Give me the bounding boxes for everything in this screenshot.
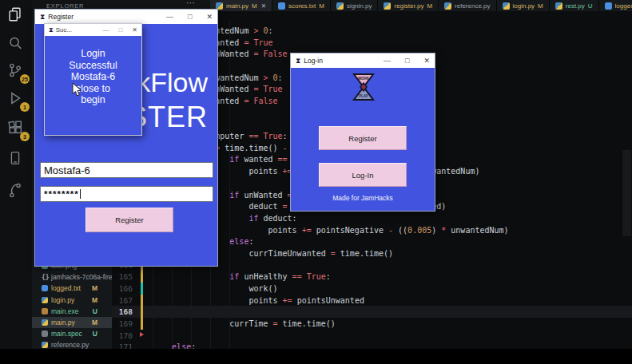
editor-scrollbar[interactable]: [622, 150, 631, 236]
git-status-badge: M: [92, 318, 97, 326]
line-number: 165: [113, 272, 133, 281]
live-share-icon[interactable]: [6, 181, 26, 200]
activity-bar: 2513: [0, 0, 32, 349]
source-control-icon[interactable]: 25: [6, 61, 26, 81]
code-line-167[interactable]: 167 points += pointsUnwanted: [112, 295, 632, 307]
dialog-title: Suc...: [56, 26, 93, 34]
file-name: logged.txt: [51, 284, 92, 292]
git-modified-bar: [141, 267, 143, 283]
files-icon[interactable]: [6, 6, 26, 25]
run-debug-icon[interactable]: 1: [6, 89, 26, 109]
git-status-badge: M: [92, 296, 97, 304]
close-button[interactable]: ✕: [206, 14, 213, 21]
git-added-bar: [141, 283, 143, 295]
login-window-titlebar[interactable]: ⧗ Log-in — □ ✕: [291, 53, 435, 68]
code-text: work(): [153, 284, 278, 293]
line-number: 169: [113, 319, 133, 328]
code-line-170[interactable]: 170: [112, 330, 632, 342]
tab-signin.py[interactable]: signin.py: [331, 0, 379, 11]
file-name: main.exe: [51, 307, 93, 315]
dialog-message-line: begin: [45, 94, 141, 106]
line-number: 170: [113, 331, 133, 340]
tab-label: login.py: [513, 2, 535, 10]
code-line-165[interactable]: 165 if unHealthy == True:: [112, 271, 632, 283]
letterbox-bar: [0, 349, 632, 364]
code-line-169[interactable]: 169 currTime = time.time(): [112, 318, 632, 330]
source-control-badge: 25: [20, 74, 30, 84]
maximize-button[interactable]: □: [118, 27, 122, 34]
run-debug-badge: 1: [20, 102, 30, 112]
tab-scores.txt[interactable]: scores.txtM: [272, 0, 331, 11]
close-button[interactable]: ✕: [132, 27, 137, 34]
git-status-badge: U: [93, 307, 97, 315]
remote-device-icon[interactable]: [6, 149, 26, 168]
txt-file-icon: [605, 2, 612, 10]
dialog-message: LoginSuccessfulMostafa-6close tobegin: [45, 48, 141, 106]
dialog-message-line: Login: [45, 48, 141, 60]
hourglass-logo-icon: WORK PLAY: [352, 73, 375, 101]
dialog-message-line: Mostafa-6: [45, 71, 141, 83]
py-file-icon: [444, 2, 451, 10]
mouse-cursor-icon: [72, 82, 82, 97]
explorer-item-main.exe[interactable]: main.exeU: [32, 306, 112, 317]
register-submit-button[interactable]: Register: [85, 208, 173, 232]
file-name: login.py: [51, 296, 92, 304]
explorer-item-main.py[interactable]: main.pyM: [32, 317, 112, 328]
password-value: ********: [44, 189, 79, 199]
extensions-icon[interactable]: 3: [6, 119, 26, 138]
tk-feather-icon: ⧗: [40, 14, 45, 21]
dialog-titlebar[interactable]: ⧗ Suc... — □ ✕: [45, 24, 141, 36]
login-window: ⧗ Log-in — □ ✕ WORK PLAY Register Log-In…: [290, 53, 435, 212]
tab-close-icon[interactable]: ✕: [261, 2, 266, 10]
password-field[interactable]: ********: [40, 186, 213, 202]
tab-logged.txt[interactable]: logged.txtM: [599, 0, 632, 11]
made-for-jamhacks-caption: Made for JamHacks: [291, 194, 435, 202]
username-field[interactable]: Mostafa-6: [40, 162, 213, 178]
text-caret: [80, 189, 81, 199]
dialog-message-line: Successful: [45, 60, 141, 72]
code-line-166[interactable]: 166 work(): [112, 283, 632, 295]
py-file-icon: [42, 342, 48, 348]
tab-rest.py[interactable]: rest.pyU: [550, 0, 599, 11]
tab-bar: main.pyM✕scores.txtMsignin.pyregister.py…: [210, 0, 632, 11]
gutter-arrow-icon: [140, 332, 144, 337]
tab-main.py[interactable]: main.pyM✕: [210, 0, 272, 11]
git-status-badge: U: [588, 2, 593, 10]
svg-text:PLAY: PLAY: [359, 94, 368, 98]
file-name: main.py: [51, 318, 92, 326]
log-in-button[interactable]: Log-In: [319, 163, 407, 187]
tab-reference.py[interactable]: reference.py: [439, 0, 496, 11]
search-icon[interactable]: [6, 34, 26, 53]
py-file-icon: [42, 319, 48, 326]
maximize-button[interactable]: □: [188, 14, 192, 21]
tab-login.py[interactable]: login.pyM: [497, 0, 550, 11]
tab-label: reference.py: [455, 2, 490, 10]
register-button[interactable]: Register: [319, 126, 407, 150]
explorer-item-main.spec[interactable]: main.specU: [32, 328, 112, 339]
spec-file-icon: [42, 330, 48, 337]
file-name: reference.py: [51, 341, 112, 349]
minimize-button[interactable]: —: [102, 27, 109, 34]
explorer-item-login.py[interactable]: login.pyM: [32, 295, 112, 306]
login-successful-dialog: ⧗ Suc... — □ ✕ LoginSuccessfulMostafa-6c…: [44, 23, 142, 136]
register-window-titlebar[interactable]: ⧗ Register — □ ✕: [35, 10, 217, 24]
explorer-item-logged.txt[interactable]: logged.txtM: [32, 283, 112, 294]
code-line-168[interactable]: 168: [112, 306, 632, 318]
minimize-button[interactable]: —: [384, 57, 391, 65]
txt-file-icon: [278, 2, 285, 10]
tab-label: signin.py: [347, 2, 372, 10]
maximize-button[interactable]: □: [405, 57, 409, 65]
tk-feather-icon: ⧗: [296, 57, 300, 65]
tab-label: main.py: [226, 2, 248, 10]
login-window-title: Log-in: [304, 57, 369, 65]
register-window-title: Register: [48, 13, 152, 21]
close-button[interactable]: ✕: [423, 57, 430, 65]
explorer-item-jamhacks-7c06a-fireb...[interactable]: {}jamhacks-7c06a-fireb...: [32, 271, 112, 283]
more-actions-icon[interactable]: ⋯: [186, 0, 195, 8]
minimize-button[interactable]: —: [166, 14, 173, 21]
git-status-badge: M: [252, 2, 257, 10]
line-number: 166: [113, 284, 133, 293]
json-file-icon: {}: [42, 274, 48, 280]
tab-register.py[interactable]: register.pyM: [378, 0, 439, 11]
tab-label: rest.py: [566, 2, 585, 10]
